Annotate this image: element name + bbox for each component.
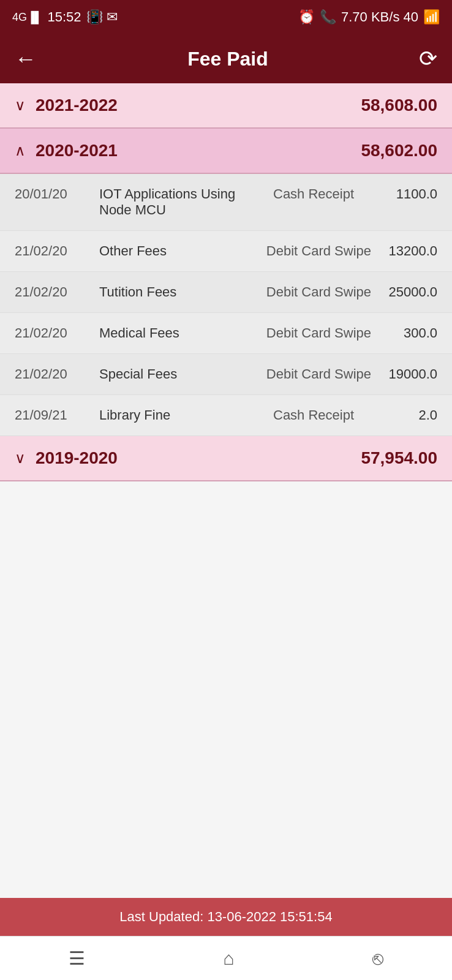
fee-amount-3: 25000.0 — [376, 284, 437, 300]
status-icons: 📳 ✉ — [86, 9, 118, 25]
status-left: 4G▐▌ 15:52 📳 ✉ — [12, 9, 118, 25]
menu-icon[interactable]: ☰ — [69, 948, 85, 969]
fee-method-3: Debit Card Swipe — [266, 284, 371, 300]
page-title: Fee Paid — [187, 48, 268, 70]
year-row-2020-2021[interactable]: ∧ 2020-2021 58,602.00 — [0, 129, 452, 174]
chevron-down-icon-2019: ∨ — [15, 450, 26, 467]
status-right: ⏰ 📞 7.70 KB/s 40 📶 — [298, 9, 440, 25]
fee-desc-1: IOT Applications Using Node MCU — [99, 186, 268, 218]
fee-row-3: 21/02/20 Tutition Fees Debit Card Swipe … — [0, 272, 452, 313]
app-header: ← Fee Paid ⟳ — [0, 34, 452, 83]
fee-amount-2: 13200.0 — [376, 243, 437, 259]
fee-desc-6: Library Fine — [99, 407, 268, 423]
last-updated-text: Last Updated: 13-06-2022 15:51:54 — [119, 909, 332, 924]
fee-desc-4: Medical Fees — [99, 325, 262, 341]
year-row-left: ∨ 2021-2022 — [15, 96, 118, 115]
fee-method-2: Debit Card Swipe — [266, 243, 371, 259]
fee-desc-2: Other Fees — [99, 243, 262, 259]
signal-icon: 4G▐▌ — [12, 11, 43, 24]
fee-date-6: 21/09/21 — [15, 407, 94, 423]
content-area: ∨ 2021-2022 58,608.00 ∧ 2020-2021 58,602… — [0, 83, 452, 898]
year-amount-2019-2020: 57,954.00 — [361, 448, 437, 468]
network-speed: 7.70 KB/s 40 — [341, 9, 418, 25]
year-amount-2021-2022: 58,608.00 — [361, 96, 437, 115]
fee-method-4: Debit Card Swipe — [266, 325, 371, 341]
fee-row-6: 21/09/21 Library Fine Cash Receipt 2.0 — [0, 395, 452, 436]
fee-amount-6: 2.0 — [376, 407, 437, 423]
back-button[interactable]: ← — [15, 46, 37, 72]
back-nav-icon[interactable]: ⎋ — [372, 948, 383, 969]
status-bar: 4G▐▌ 15:52 📳 ✉ ⏰ 📞 7.70 KB/s 40 📶 — [0, 0, 452, 34]
fee-method-5: Debit Card Swipe — [266, 366, 371, 382]
year-label-2020-2021: 2020-2021 — [36, 141, 118, 160]
fee-row-4: 21/02/20 Medical Fees Debit Card Swipe 3… — [0, 313, 452, 354]
fee-desc-5: Special Fees — [99, 366, 262, 382]
fee-desc-3: Tutition Fees — [99, 284, 262, 300]
last-updated-bar: Last Updated: 13-06-2022 15:51:54 — [0, 898, 452, 936]
fee-row-1: 20/01/20 IOT Applications Using Node MCU… — [0, 174, 452, 231]
fee-date-3: 21/02/20 — [15, 284, 94, 300]
year-row-left-2020: ∧ 2020-2021 — [15, 141, 118, 160]
year-row-left-2019: ∨ 2019-2020 — [15, 448, 118, 468]
fee-amount-4: 300.0 — [376, 325, 437, 341]
fee-method-6: Cash Receipt — [273, 407, 371, 423]
home-icon[interactable]: ⌂ — [223, 948, 234, 969]
fee-date-5: 21/02/20 — [15, 366, 94, 382]
chevron-down-icon: ∨ — [15, 97, 26, 114]
alarm-icon: ⏰ — [298, 9, 315, 25]
year-label-2021-2022: 2021-2022 — [36, 96, 118, 115]
chevron-up-icon: ∧ — [15, 142, 26, 159]
year-row-2021-2022[interactable]: ∨ 2021-2022 58,608.00 — [0, 83, 452, 129]
bottom-navigation: ☰ ⌂ ⎋ — [0, 936, 452, 980]
wifi-icon: 📶 — [423, 9, 440, 25]
year-amount-2020-2021: 58,602.00 — [361, 141, 437, 160]
year-row-2019-2020[interactable]: ∨ 2019-2020 57,954.00 — [0, 436, 452, 481]
call-icon: 📞 — [320, 9, 336, 25]
fee-date-1: 20/01/20 — [15, 186, 94, 202]
fee-row-2: 21/02/20 Other Fees Debit Card Swipe 132… — [0, 231, 452, 272]
year-label-2019-2020: 2019-2020 — [36, 448, 118, 468]
fee-method-1: Cash Receipt — [273, 186, 371, 202]
fee-amount-1: 1100.0 — [376, 186, 437, 202]
refresh-button[interactable]: ⟳ — [419, 46, 437, 72]
fee-amount-5: 19000.0 — [376, 366, 437, 382]
fee-date-4: 21/02/20 — [15, 325, 94, 341]
status-time: 15:52 — [48, 9, 81, 25]
fee-date-2: 21/02/20 — [15, 243, 94, 259]
fee-row-5: 21/02/20 Special Fees Debit Card Swipe 1… — [0, 354, 452, 395]
